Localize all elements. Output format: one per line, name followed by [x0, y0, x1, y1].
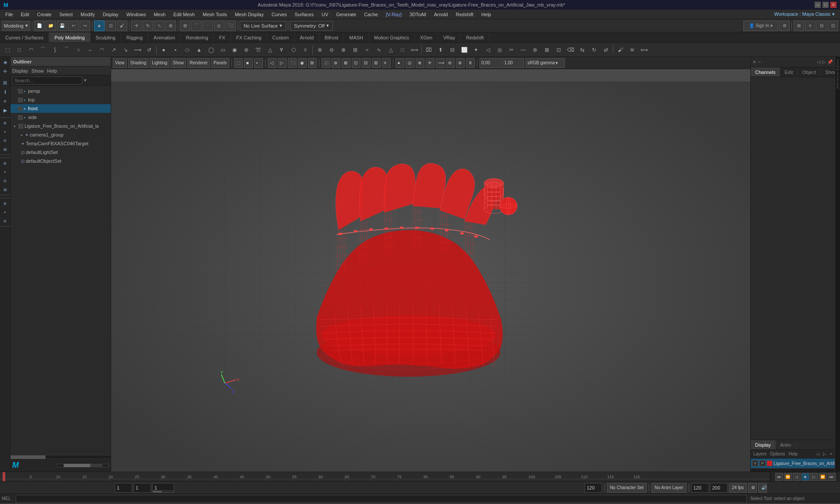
shelf-circularize[interactable]: ◎	[494, 44, 505, 56]
paint-mode-button[interactable]: ✛	[1, 67, 10, 76]
tree-item-camera-group[interactable]: ▸ ✦ camera1_group	[10, 130, 111, 139]
tree-item-objectset[interactable]: ⊡ defaultObjectSet	[10, 157, 111, 165]
icons-btn4[interactable]: ⊡	[828, 21, 838, 31]
layer-display-tab[interactable]: Display	[751, 440, 776, 449]
shelf-icon-8[interactable]: ⌣	[84, 44, 96, 56]
tab-mash[interactable]: MASH	[344, 32, 369, 42]
shelf-triangulate[interactable]: △	[385, 44, 396, 56]
shelf-average[interactable]: ∿	[373, 44, 385, 56]
mel-input[interactable]	[16, 495, 747, 503]
vp-icon-9[interactable]: ◎	[406, 58, 414, 68]
menu-edit[interactable]: Edit	[18, 11, 33, 18]
group-btn-4[interactable]: ▤	[1, 145, 10, 154]
menu-vray-bracket[interactable]: [V-Ray]	[382, 11, 405, 18]
vp-icon-8[interactable]: ●	[396, 58, 404, 68]
snap-grid-button[interactable]: ⊞	[180, 21, 190, 31]
viewport-menu-renderer[interactable]: Renderer	[187, 58, 210, 68]
tab-redshift[interactable]: Redshift	[461, 32, 489, 42]
outliner-scroll-left[interactable]	[57, 464, 64, 467]
near-clip-field[interactable]: 0.00	[480, 58, 501, 68]
viewport-smooth-btn[interactable]: ■	[244, 58, 253, 68]
snap-surface-button[interactable]: ⬛	[225, 21, 236, 31]
vp-cam-btn-2[interactable]: ▷	[278, 58, 287, 68]
shelf-slide-edge[interactable]: ⇆	[577, 44, 588, 56]
shelf-torus[interactable]: ◯	[205, 44, 217, 56]
play-back-button[interactable]: ◁	[793, 473, 801, 481]
menu-3dtoall[interactable]: 3DToAll	[406, 11, 430, 18]
close-button[interactable]: ✕	[830, 2, 836, 8]
vp-icon-2[interactable]: ⊛	[332, 58, 340, 68]
layer-add-btn[interactable]: +	[830, 452, 833, 456]
tab-rigging[interactable]: Rigging	[121, 32, 148, 42]
tree-item-side[interactable]: ⬛ ▸ side	[10, 113, 111, 122]
shelf-icon-2[interactable]: □	[14, 44, 25, 56]
move-tool-button[interactable]: ✛	[131, 21, 142, 31]
tab-bifrost[interactable]: Bifrost	[319, 32, 344, 42]
shelf-icon-3[interactable]: ◠	[25, 44, 37, 56]
maximize-button[interactable]: □	[822, 2, 829, 8]
tab-fx-caching[interactable]: FX Caching	[231, 32, 267, 42]
display-layer-button[interactable]: ≡	[1, 97, 10, 105]
viewport-menu-view[interactable]: View	[113, 58, 127, 68]
timeline-ruler[interactable]: 1 5 10 15 20 25 30 35 40 45 50 55 60 65 …	[0, 472, 770, 481]
tab-xgen[interactable]: XGen	[415, 32, 438, 42]
workspace-dropdown[interactable]: Modeling▾	[2, 21, 30, 31]
stop-button[interactable]: ■	[802, 473, 809, 481]
icons-btn2[interactable]: ≡	[805, 21, 816, 31]
outliner-display-menu[interactable]: Display	[12, 68, 28, 74]
shelf-paint-weights[interactable]: 🖌	[615, 44, 626, 56]
rotate-tool-button[interactable]: ↻	[143, 21, 153, 31]
tab-animation[interactable]: Animation	[148, 32, 181, 42]
shelf-fill-hole[interactable]: ⬜	[458, 44, 470, 56]
tab-channels[interactable]: Channels	[751, 67, 780, 77]
shelf-combine[interactable]: ⊕	[314, 44, 326, 56]
snap-button[interactable]: ⊞	[1, 78, 10, 87]
select-mode-button[interactable]: ◈	[1, 58, 10, 66]
vp-cam-btn-5[interactable]: ⊞	[308, 58, 317, 68]
shelf-collapse[interactable]: ⊠	[541, 44, 553, 56]
open-file-button[interactable]: 📁	[46, 21, 56, 31]
step-forward-button[interactable]: ⏩	[819, 473, 827, 481]
menu-display[interactable]: Display	[99, 11, 122, 18]
group-btn-1[interactable]: ⊞	[1, 119, 10, 127]
vp-icon-4[interactable]: ⊡	[352, 58, 360, 68]
tab-arnold[interactable]: Arnold	[294, 32, 319, 42]
shelf-icon-1[interactable]: ⬚	[2, 44, 13, 56]
shelf-pyramid[interactable]: ⛛	[276, 44, 287, 56]
shelf-flip-edge[interactable]: ⇄	[600, 44, 612, 56]
shelf-bridge[interactable]: ⊟	[447, 44, 458, 56]
shelf-icon-12[interactable]: ⟿	[132, 44, 143, 56]
viewport-menu-shading[interactable]: Shading	[128, 58, 149, 68]
outliner-scrollbar[interactable]	[10, 455, 111, 458]
tab-poly-modeling[interactable]: Poly Modeling	[49, 32, 90, 42]
outliner-scroll-handle[interactable]	[64, 464, 90, 467]
vp-icon-12[interactable]: ⟿	[436, 58, 444, 68]
vp-icon-5[interactable]: ⊟	[362, 58, 371, 68]
search-filter-icon[interactable]: ▾	[84, 77, 87, 83]
tree-item-persp[interactable]: ⬛ ▸ persp	[10, 87, 111, 95]
menu-modify[interactable]: Modify	[77, 11, 98, 18]
tree-item-tempcam[interactable]: ✦ TempCamFBXASC046Target	[10, 139, 111, 148]
shelf-disk[interactable]: ◉	[229, 44, 240, 56]
menu-uv[interactable]: UV	[318, 11, 332, 18]
scrollbar-thumb[interactable]	[10, 455, 46, 459]
vp-icon-14[interactable]: ⊛	[456, 58, 465, 68]
menu-select[interactable]: Select	[56, 11, 77, 18]
new-file-button[interactable]: 📄	[34, 21, 45, 31]
group2-btn-4[interactable]: ▤	[1, 185, 10, 194]
viewport-menu-lighting[interactable]: Lighting	[150, 58, 169, 68]
layers-menu-item[interactable]: Layers	[753, 452, 766, 456]
menu-windows[interactable]: Windows	[123, 11, 150, 18]
tab-sculpting[interactable]: Sculpting	[91, 32, 121, 42]
shelf-separate[interactable]: ⊖	[326, 44, 337, 56]
mel-label[interactable]: MEL	[2, 496, 14, 501]
shelf-helix[interactable]: ➰	[252, 44, 264, 56]
shelf-bevel[interactable]: ⌧	[423, 44, 434, 56]
shelf-delete-edge[interactable]: ⌫	[565, 44, 576, 56]
tree-item-front[interactable]: ⬛ ▸ front	[10, 104, 111, 113]
go-to-start-button[interactable]: ⏮	[775, 473, 783, 481]
shelf-boolean[interactable]: ⊞	[350, 44, 361, 56]
vp-cam-btn-1[interactable]: ◁	[268, 58, 276, 68]
shelf-spin-edge[interactable]: ↻	[588, 44, 600, 56]
playback-end-field[interactable]: 120	[691, 483, 709, 493]
